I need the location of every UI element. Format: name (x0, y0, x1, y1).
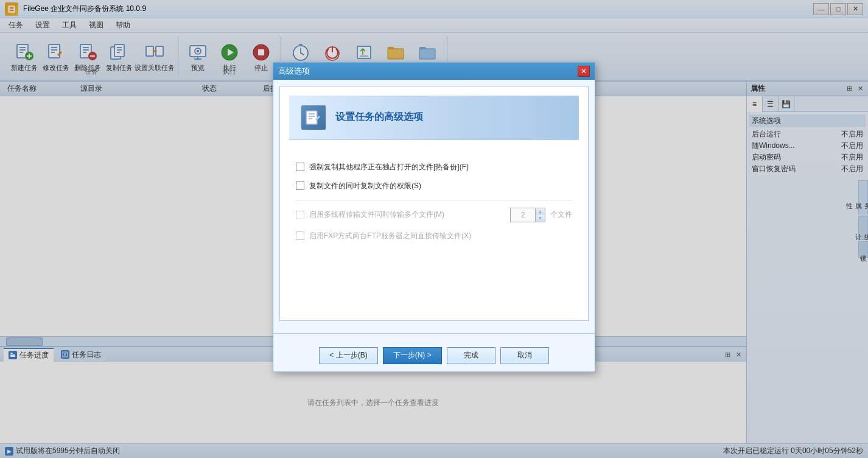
modal-body: 设置任务的高级选项 强制复制其他程序正在独占打开的文件[热备份](F) 复制文件… (279, 86, 589, 321)
modal-titlebar: 高级选项 ✕ (273, 63, 595, 80)
modal-option-fxp: 启用FXP方式两台FTP服务器之间直接传输文件(X) (296, 231, 572, 241)
checkbox-fxp[interactable] (296, 231, 304, 240)
modal-empty-space (290, 250, 578, 311)
modal-header-title: 设置任务的高级选项 (335, 111, 423, 124)
spinbox-down-btn[interactable]: ▼ (535, 215, 545, 222)
options-divider (296, 200, 572, 200)
modal-overlay: 高级选项 ✕ 设置任务的高级选项 (0, 0, 868, 458)
modal-buttons: < 上一步(B) 下一步(N) > 完成 取消 (273, 340, 595, 372)
spinbox-buttons: ▲ ▼ (535, 208, 545, 222)
checkbox-multi-thread[interactable] (296, 211, 304, 219)
spinbox-unit: 个文件 (550, 210, 572, 220)
modal-option-multi-thread: 启用多线程传输文件同时传输多个文件(M) ▲ ▼ 个文件 (296, 208, 572, 222)
modal-footer-divider (273, 333, 595, 334)
cancel-button[interactable]: 取消 (500, 347, 549, 364)
back-button[interactable]: < 上一步(B) (319, 347, 377, 364)
next-button[interactable]: 下一步(N) > (383, 347, 442, 364)
modal-option-copy-perms: 复制文件的同时复制文件的权限(S) (296, 181, 572, 191)
label-multi-thread: 启用多线程传输文件同时传输多个文件(M) (309, 210, 444, 220)
app-window: FileGee 企业文件同步备份系统 10.0.9 — □ ✕ 任务 设置 工具… (0, 0, 868, 458)
modal-option-force-copy: 强制复制其他程序正在独占打开的文件[热备份](F) (296, 162, 572, 172)
spinbox-input[interactable] (511, 208, 535, 222)
label-fxp: 启用FXP方式两台FTP服务器之间直接传输文件(X) (309, 231, 471, 241)
svg-rect-22 (306, 111, 317, 124)
modal-options: 强制复制其他程序正在独占打开的文件[热备份](F) 复制文件的同时复制文件的权限… (290, 152, 578, 241)
spinbox-up-btn[interactable]: ▲ (535, 208, 545, 215)
modal-dialog: 高级选项 ✕ 设置任务的高级选项 (273, 62, 595, 372)
modal-header-icon (301, 105, 326, 130)
checkbox-force-copy[interactable] (296, 163, 304, 171)
label-force-copy: 强制复制其他程序正在独占打开的文件[热备份](F) (309, 162, 469, 172)
spinbox-container: ▲ ▼ 个文件 (510, 208, 572, 222)
thread-count-spinbox: ▲ ▼ (510, 208, 545, 222)
label-copy-perms: 复制文件的同时复制文件的权限(S) (309, 181, 421, 191)
modal-header-section: 设置任务的高级选项 (289, 96, 579, 140)
modal-close-button[interactable]: ✕ (578, 66, 590, 77)
finish-button[interactable]: 完成 (447, 347, 495, 364)
modal-title: 高级选项 (278, 66, 310, 77)
checkbox-copy-perms[interactable] (296, 181, 304, 190)
